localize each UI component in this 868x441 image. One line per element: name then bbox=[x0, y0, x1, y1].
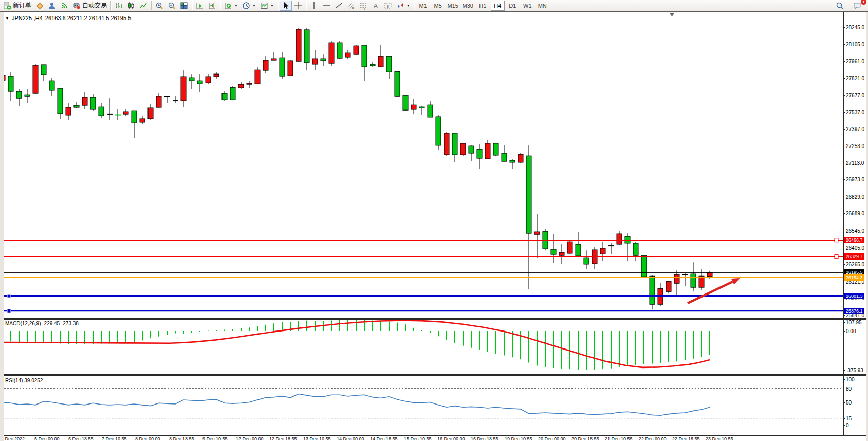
search-icon bbox=[836, 2, 844, 10]
time-axis-label: 14 Dec 00:00 bbox=[337, 436, 364, 441]
ohlc-quote-label: 26163.6 26211.2 26141.5 26195.5 bbox=[45, 15, 131, 21]
line-chart-button[interactable] bbox=[137, 1, 150, 11]
crosshair-button[interactable] bbox=[292, 1, 304, 11]
rsi-pane-canvas[interactable] bbox=[4, 376, 843, 435]
bar-chart-button[interactable] bbox=[113, 1, 125, 11]
timeframe-bar: M1M5M15M30H1H4D1W1MN bbox=[416, 1, 550, 11]
axis-tick bbox=[843, 231, 845, 231]
time-axis-label: 19 Dec 10:55 bbox=[505, 436, 532, 441]
vertical-line-button[interactable] bbox=[308, 1, 320, 11]
autotrade-icon bbox=[72, 2, 81, 10]
rsi-axis-label: 15 bbox=[846, 416, 852, 421]
templates-button[interactable]: ▼ bbox=[258, 1, 276, 11]
price-axis-label: 26829.0 bbox=[846, 194, 864, 200]
auto-scroll-icon bbox=[196, 2, 204, 10]
text-label-button[interactable]: T bbox=[382, 1, 394, 11]
pane-separator[interactable] bbox=[0, 374, 868, 376]
main-chart-canvas[interactable] bbox=[4, 12, 843, 318]
timeframe-W1[interactable]: W1 bbox=[521, 1, 534, 11]
chart-shift-button[interactable] bbox=[206, 1, 218, 11]
candle-chart-button[interactable] bbox=[125, 1, 137, 11]
fibonacci-button[interactable]: F bbox=[357, 1, 370, 11]
cursor-button[interactable] bbox=[280, 1, 292, 11]
macd-axis-label: 0.00 bbox=[846, 328, 856, 334]
axis-tick bbox=[843, 402, 845, 403]
styler-button[interactable] bbox=[33, 1, 46, 11]
trendline-button[interactable] bbox=[333, 1, 345, 11]
toolbar: 新订单 自动交易 ▼ ▼ bbox=[0, 0, 868, 11]
chart-shift-icon bbox=[208, 2, 216, 10]
rsi-axis-label: 100 bbox=[846, 377, 855, 382]
toolbar-separator bbox=[306, 1, 306, 10]
zoom-out-button[interactable] bbox=[165, 1, 178, 11]
timeframe-M1[interactable]: M1 bbox=[416, 1, 430, 11]
cursor-icon bbox=[282, 2, 290, 10]
equidistant-channel-button[interactable]: E bbox=[345, 1, 357, 11]
axis-tick bbox=[843, 27, 845, 28]
time-axis[interactable]: 5 Dec 20226 Dec 00:006 Dec 18:557 Dec 10… bbox=[0, 436, 868, 441]
toolbar-separator bbox=[192, 1, 192, 10]
axis-tick bbox=[843, 370, 845, 371]
price-axis-label: 27677.0 bbox=[846, 93, 864, 98]
text-button[interactable]: A bbox=[370, 1, 382, 11]
time-axis-label: 14 Dec 18:55 bbox=[370, 436, 398, 441]
rsi-axis-label: 80 bbox=[846, 386, 852, 392]
time-axis-label: 6 Dec 00:00 bbox=[34, 436, 60, 441]
timeframe-H1[interactable]: H1 bbox=[476, 1, 490, 11]
signals-button[interactable] bbox=[58, 1, 70, 11]
axis-tick bbox=[843, 61, 845, 62]
time-axis-label: 16 Dec 18:55 bbox=[471, 436, 498, 441]
axis-tick bbox=[843, 95, 845, 96]
rsi-label: RSI(14) 39.0252 bbox=[5, 378, 43, 383]
macd-pane-canvas[interactable] bbox=[4, 320, 843, 374]
chart-window: ▼ JPN225-,H4 26163.6 26211.2 26141.5 261… bbox=[0, 11, 868, 441]
window-left-gutter bbox=[0, 12, 4, 441]
level-price-label: 26154.3 bbox=[844, 274, 864, 281]
rsi-axis-label: 0 bbox=[846, 422, 849, 428]
axis-tick bbox=[843, 264, 845, 265]
level-price-label: 26466.7 bbox=[844, 237, 864, 243]
axis-tick bbox=[843, 282, 845, 282]
price-axis-label: 27821.0 bbox=[846, 76, 864, 81]
price-axis-label: 26545.0 bbox=[846, 228, 864, 234]
symbol-period-label: JPN225-,H4 bbox=[12, 15, 43, 21]
time-axis-label: 15 Dec 10:55 bbox=[404, 436, 432, 441]
tile-windows-button[interactable] bbox=[178, 1, 190, 11]
level-price-label: 26329.7 bbox=[844, 253, 864, 260]
price-axis-label: 26265.0 bbox=[846, 262, 864, 267]
axis-tick bbox=[843, 322, 845, 323]
time-axis-label: 6 Dec 18:55 bbox=[68, 436, 94, 441]
rsi-axis-label: 50 bbox=[846, 400, 852, 406]
timeframe-M30[interactable]: M30 bbox=[461, 1, 475, 11]
zoom-in-icon bbox=[155, 2, 163, 10]
new-order-button[interactable]: 新订单 bbox=[1, 1, 33, 11]
periods-button[interactable]: ▼ bbox=[240, 1, 258, 11]
timeframe-M5[interactable]: M5 bbox=[431, 1, 445, 11]
level-price-label: 26001.3 bbox=[844, 293, 864, 299]
timeframe-M15[interactable]: M15 bbox=[446, 1, 460, 11]
toolbar-separator bbox=[278, 1, 278, 10]
tile-windows-icon bbox=[180, 2, 188, 10]
timeframe-H4[interactable]: H4 bbox=[491, 1, 505, 11]
collapse-indicator-icon[interactable]: ▼ bbox=[5, 16, 9, 21]
axis-tick bbox=[843, 163, 845, 163]
zoom-in-button[interactable] bbox=[153, 1, 165, 11]
time-axis-label: 22 Dec 18:55 bbox=[672, 436, 700, 441]
time-axis-label: 8 Dec 18:55 bbox=[169, 436, 194, 441]
axis-tick bbox=[843, 129, 845, 130]
arrows-button[interactable]: ▼ bbox=[394, 1, 412, 11]
autotrade-button[interactable]: 自动交易 bbox=[70, 1, 109, 11]
timeframe-MN[interactable]: MN bbox=[535, 1, 549, 11]
horizontal-line-button[interactable] bbox=[320, 1, 333, 11]
indicators-icon bbox=[224, 2, 232, 10]
search-button[interactable] bbox=[834, 1, 846, 11]
axis-tick bbox=[843, 425, 845, 426]
indicators-button[interactable]: ▼ bbox=[222, 1, 240, 11]
axis-tick bbox=[843, 146, 845, 146]
candle-chart-icon bbox=[127, 2, 135, 10]
macd-axis-label: -375.93 bbox=[846, 368, 863, 373]
autotrade-label: 自动交易 bbox=[82, 1, 107, 10]
market-watch-button[interactable] bbox=[46, 1, 58, 11]
timeframe-D1[interactable]: D1 bbox=[506, 1, 520, 11]
auto-scroll-button[interactable] bbox=[194, 1, 206, 11]
